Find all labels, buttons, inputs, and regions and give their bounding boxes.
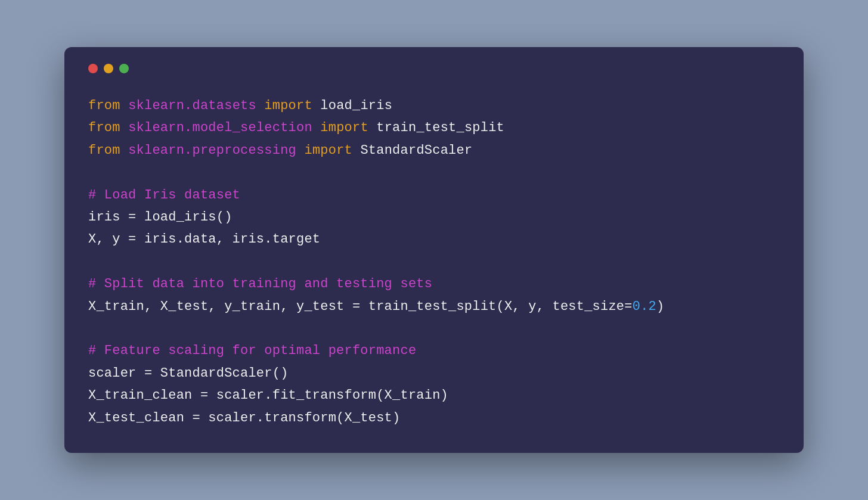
title-bar: [88, 64, 780, 73]
code-line-comment1: # Load Iris dataset: [88, 184, 780, 206]
code-line-import2: from sklearn.model_selection import trai…: [88, 117, 780, 139]
code-line-import3: from sklearn.preprocessing import Standa…: [88, 139, 780, 162]
minimize-dot[interactable]: [104, 64, 113, 73]
code-window: from sklearn.datasets import load_iris f…: [64, 47, 804, 453]
code-block: from sklearn.datasets import load_iris f…: [88, 95, 780, 429]
code-line-comment2: # Split data into training and testing s…: [88, 273, 780, 295]
blank-line-2: [88, 251, 780, 273]
code-line-iris-load: iris = load_iris(): [88, 206, 780, 228]
code-line-iris-data: X, y = iris.data, iris.target: [88, 228, 780, 250]
blank-line-1: [88, 162, 780, 184]
code-line-import1: from sklearn.datasets import load_iris: [88, 95, 780, 117]
code-line-comment3: # Feature scaling for optimal performanc…: [88, 340, 780, 362]
close-dot[interactable]: [88, 64, 98, 73]
code-line-x-test-clean: X_test_clean = scaler.transform(X_test): [88, 407, 780, 429]
code-line-split: X_train, X_test, y_train, y_test = train…: [88, 296, 780, 318]
maximize-dot[interactable]: [119, 64, 129, 73]
code-line-x-train-clean: X_train_clean = scaler.fit_transform(X_t…: [88, 384, 780, 406]
code-line-scaler-init: scaler = StandardScaler(): [88, 362, 780, 384]
blank-line-3: [88, 318, 780, 340]
